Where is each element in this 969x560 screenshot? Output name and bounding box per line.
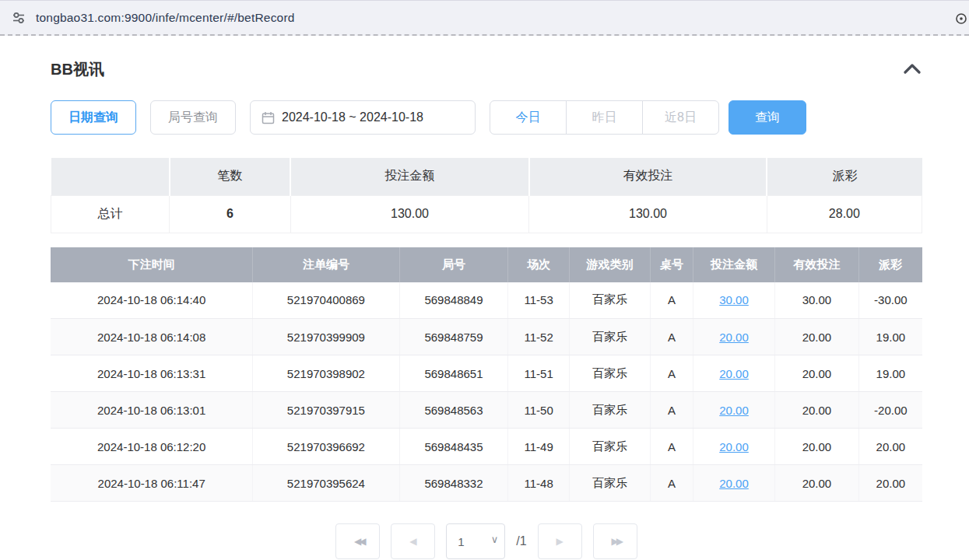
cell-session: 11-50 [508, 392, 569, 429]
summary-header-empty [51, 158, 170, 195]
cell-order-no: 521970399909 [253, 319, 399, 355]
chevron-up-icon [904, 63, 921, 74]
bet-amount-link[interactable]: 20.00 [719, 367, 749, 380]
bet-amount-link[interactable]: 20.00 [719, 331, 749, 344]
cell-order-no: 521970396692 [253, 429, 399, 465]
first-page-button[interactable]: ◀◀ [335, 523, 380, 559]
double-left-arrow-icon: ◀◀ [354, 536, 363, 547]
calendar-icon [262, 111, 275, 124]
cell-table-no: A [651, 355, 693, 392]
cell-session: 11-48 [508, 465, 569, 502]
col-header-order-no: 注单编号 [253, 247, 399, 282]
col-header-valid-bet: 有效投注 [775, 247, 859, 282]
cell-table-no: A [651, 319, 693, 355]
cell-valid-bet: 20.00 [775, 355, 859, 392]
page-select[interactable]: 1 [446, 523, 505, 559]
cell-game-type: 百家乐 [569, 282, 650, 319]
summary-row: 总计 6 130.00 130.00 28.00 [51, 195, 922, 233]
pagination: ◀◀ ◀ 1 ∨ /1 ▶ ▶▶ [51, 523, 922, 559]
col-header-payout: 派彩 [858, 247, 922, 282]
summary-header-payout: 派彩 [767, 158, 922, 195]
cell-order-no: 521970395624 [253, 465, 399, 502]
col-header-bet-time: 下注时间 [51, 247, 253, 282]
bet-records-table: 下注时间 注单编号 局号 场次 游戏类别 桌号 投注金额 有效投注 派彩 202… [51, 247, 922, 502]
summary-valid-bet: 130.00 [529, 195, 767, 233]
round-query-tab[interactable]: 局号查询 [150, 100, 236, 135]
cell-session: 11-52 [508, 319, 569, 355]
left-arrow-icon: ◀ [409, 536, 416, 547]
page-title: BB视讯 [51, 59, 104, 80]
cell-payout: 19.00 [858, 319, 922, 355]
cell-session: 11-51 [508, 355, 569, 392]
cell-bet-time: 2024-10-18 06:13:31 [51, 355, 253, 392]
summary-header-valid-bet: 有效投注 [529, 158, 767, 195]
cell-game-type: 百家乐 [569, 392, 650, 429]
cell-round-no: 569848759 [399, 319, 508, 355]
summary-payout: 28.00 [767, 195, 922, 233]
summary-table: 笔数 投注金额 有效投注 派彩 总计 6 130.00 130.00 28.00 [51, 158, 922, 233]
prev-page-button[interactable]: ◀ [391, 523, 435, 559]
quick-date-group: 今日 昨日 近8日 [490, 100, 719, 135]
cell-table-no: A [651, 282, 693, 319]
last-8-days-button[interactable]: 近8日 [642, 100, 719, 135]
right-arrow-icon: ▶ [556, 536, 563, 547]
col-header-table-no: 桌号 [651, 247, 693, 282]
bet-amount-link[interactable]: 20.00 [719, 440, 749, 453]
cell-payout: 20.00 [858, 465, 922, 502]
cell-game-type: 百家乐 [569, 319, 650, 355]
last-page-button[interactable]: ▶▶ [593, 523, 637, 559]
page-select-wrap: 1 ∨ [446, 523, 505, 559]
today-button[interactable]: 今日 [490, 100, 567, 135]
search-button[interactable]: 查询 [729, 100, 806, 135]
summary-count: 6 [170, 195, 291, 233]
double-right-arrow-icon: ▶▶ [611, 536, 620, 547]
next-page-button[interactable]: ▶ [538, 523, 582, 559]
col-header-round-no: 局号 [399, 247, 508, 282]
cell-table-no: A [651, 429, 693, 465]
cell-session: 11-53 [508, 282, 569, 319]
cell-valid-bet: 20.00 [775, 429, 859, 465]
bet-amount-link[interactable]: 20.00 [719, 477, 749, 490]
site-settings-icon[interactable] [11, 10, 26, 26]
bet-amount-link[interactable]: 30.00 [719, 293, 749, 306]
cell-valid-bet: 20.00 [775, 319, 859, 355]
cell-round-no: 569848435 [399, 429, 508, 465]
cell-payout: 19.00 [858, 355, 922, 392]
cell-payout: -20.00 [858, 392, 922, 429]
yesterday-button[interactable]: 昨日 [566, 100, 643, 135]
summary-header-bet-amount: 投注金额 [290, 158, 529, 195]
cell-payout: 20.00 [858, 429, 922, 465]
cell-valid-bet: 30.00 [775, 282, 859, 319]
summary-bet-amount: 130.00 [290, 195, 529, 233]
url-text[interactable]: tongbao31.com:9900/infe/mcenter/#/betRec… [36, 11, 295, 25]
collapse-panel-button[interactable] [902, 61, 922, 78]
col-header-bet-amount: 投注金额 [693, 247, 774, 282]
filter-bar: 日期查询 局号查询 2024-10-18 ~ 2024-10-18 今日 昨日 … [51, 100, 922, 135]
cell-order-no: 521970400869 [253, 282, 399, 319]
bet-amount-link[interactable]: 20.00 [719, 404, 749, 417]
cell-round-no: 569848651 [399, 355, 508, 392]
date-query-tab[interactable]: 日期查询 [51, 100, 136, 135]
date-range-input[interactable]: 2024-10-18 ~ 2024-10-18 [250, 100, 476, 135]
table-row: 2024-10-18 06:13:31 521970398902 5698486… [51, 355, 922, 392]
cell-bet-time: 2024-10-18 06:13:01 [51, 392, 253, 429]
cell-game-type: 百家乐 [569, 465, 650, 502]
browser-action-icon[interactable] [955, 12, 967, 25]
cell-bet-time: 2024-10-18 06:12:20 [51, 429, 253, 465]
cell-order-no: 521970397915 [253, 392, 399, 429]
cell-game-type: 百家乐 [569, 355, 650, 392]
cell-round-no: 569848563 [399, 392, 508, 429]
bet-record-panel: BB视讯 日期查询 局号查询 2024-10-18 ~ 2024-10-18 今… [0, 59, 969, 559]
total-pages-label: /1 [516, 534, 526, 548]
browser-address-bar: tongbao31.com:9900/infe/mcenter/#/betRec… [0, 0, 969, 36]
table-row: 2024-10-18 06:14:08 521970399909 5698487… [51, 319, 922, 355]
cell-table-no: A [651, 465, 693, 502]
date-range-value: 2024-10-18 ~ 2024-10-18 [282, 110, 423, 124]
cell-session: 11-49 [508, 429, 569, 465]
col-header-session: 场次 [508, 247, 569, 282]
cell-valid-bet: 20.00 [775, 392, 859, 429]
cell-game-type: 百家乐 [569, 429, 650, 465]
cell-table-no: A [651, 392, 693, 429]
cell-bet-time: 2024-10-18 06:14:40 [51, 282, 253, 319]
table-row: 2024-10-18 06:12:20 521970396692 5698484… [51, 429, 922, 465]
